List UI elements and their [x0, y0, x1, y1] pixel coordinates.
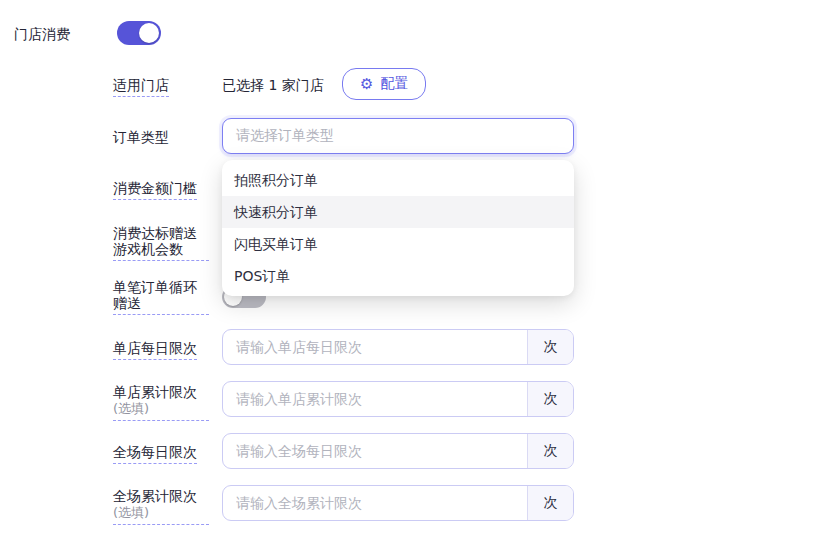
unit-addon: 次 — [527, 486, 573, 520]
label-text: 全场累计限次 — [113, 488, 197, 504]
unit-addon: 次 — [527, 434, 573, 468]
store-daily-limit-input[interactable] — [223, 330, 527, 364]
order-type-placeholder: 请选择订单类型 — [236, 127, 334, 145]
global-daily-limit-label: 全场每日限次 — [113, 444, 197, 464]
selected-stores-text: 已选择 1 家门店 — [222, 77, 324, 95]
configure-button[interactable]: ⚙ 配置 — [342, 68, 426, 100]
store-total-limit-input[interactable] — [223, 382, 527, 416]
applicable-stores-row: 适用门店 — [113, 77, 169, 97]
dropdown-option[interactable]: 闪电买单订单 — [222, 228, 574, 260]
store-total-limit-field: 次 — [222, 381, 574, 417]
store-consumption-settings-panel: 门店消费 适用门店 已选择 1 家门店 ⚙ 配置 订单类型 请选择订单类型 消费… — [0, 0, 835, 534]
amount-threshold-label: 消费金额门槛 — [113, 180, 197, 200]
global-daily-limit-input[interactable] — [223, 434, 527, 468]
store-consumption-label: 门店消费 — [14, 26, 70, 42]
order-type-label: 订单类型 — [113, 129, 169, 145]
toggle-knob-icon — [139, 23, 159, 43]
store-total-limit-label: 单店累计限次(选填) — [113, 384, 209, 421]
global-daily-limit-row: 全场每日限次 — [113, 444, 197, 464]
store-consumption-toggle[interactable] — [117, 21, 161, 45]
reward-chances-label: 消费达标赠送游戏机会数 — [113, 225, 209, 261]
global-total-limit-label: 全场累计限次(选填) — [113, 488, 209, 525]
unit-addon: 次 — [527, 330, 573, 364]
configure-button-label: 配置 — [380, 75, 408, 93]
dropdown-option[interactable]: 快速积分订单 — [222, 196, 574, 228]
global-daily-limit-field: 次 — [222, 433, 574, 469]
store-daily-limit-field: 次 — [222, 329, 574, 365]
order-type-dropdown: 拍照积分订单 快速积分订单 闪电买单订单 POS订单 — [222, 160, 574, 296]
global-total-limit-field: 次 — [222, 485, 574, 521]
optional-hint: (选填) — [113, 401, 149, 416]
dropdown-option[interactable]: 拍照积分订单 — [222, 164, 574, 196]
store-daily-limit-label: 单店每日限次 — [113, 340, 197, 360]
label-text: 单店累计限次 — [113, 384, 197, 400]
order-type-select[interactable]: 请选择订单类型 — [222, 118, 574, 154]
applicable-stores-label: 适用门店 — [113, 77, 169, 97]
per-order-loop-label: 单笔订单循环赠送 — [113, 279, 209, 315]
unit-addon: 次 — [527, 382, 573, 416]
reward-chances-row: 消费达标赠送游戏机会数 — [113, 225, 209, 261]
store-daily-limit-row: 单店每日限次 — [113, 340, 197, 360]
dropdown-option[interactable]: POS订单 — [222, 260, 574, 292]
gear-icon: ⚙ — [360, 77, 373, 92]
per-order-loop-row: 单笔订单循环赠送 — [113, 279, 209, 315]
global-total-limit-input[interactable] — [223, 486, 527, 520]
global-total-limit-row: 全场累计限次(选填) — [113, 488, 209, 525]
amount-threshold-row: 消费金额门槛 — [113, 180, 197, 200]
store-total-limit-row: 单店累计限次(选填) — [113, 384, 209, 421]
optional-hint: (选填) — [113, 505, 149, 520]
